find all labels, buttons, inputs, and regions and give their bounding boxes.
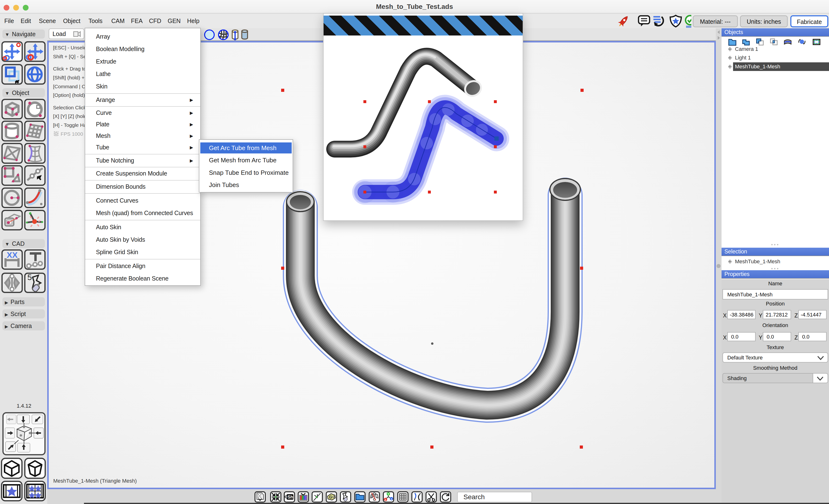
svg-text:XX: XX	[7, 250, 18, 260]
svg-text:Y: Y	[387, 493, 389, 496]
svg-text:z: z	[385, 498, 386, 501]
svg-text:x: x	[391, 497, 392, 501]
svg-text:5: 5	[27, 274, 32, 282]
svg-text:G: G	[329, 495, 332, 499]
svg-text:Sh: Sh	[288, 495, 293, 499]
